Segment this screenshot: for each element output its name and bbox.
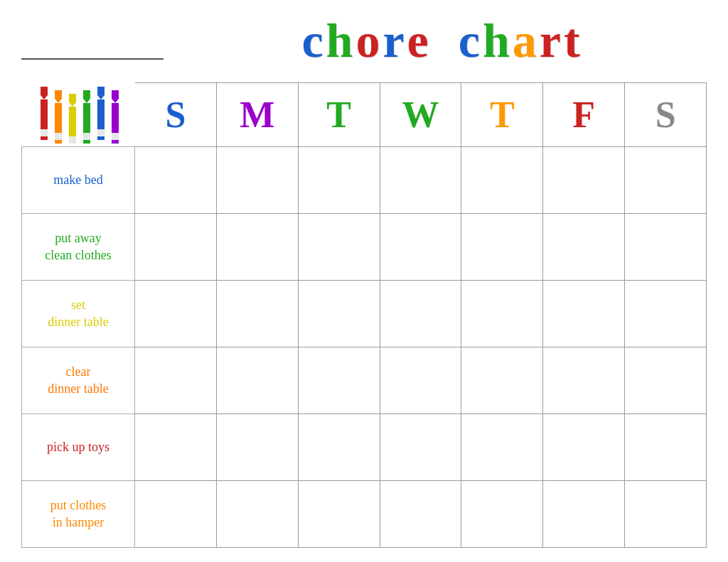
cell-4-tue bbox=[299, 347, 380, 414]
title-letter: c bbox=[301, 16, 326, 65]
day-header-sat: S bbox=[625, 83, 706, 146]
cell-6-wed bbox=[380, 481, 462, 547]
svg-rect-2 bbox=[41, 129, 48, 136]
svg-marker-4 bbox=[55, 90, 62, 103]
svg-rect-13 bbox=[83, 103, 90, 133]
cell-2-sat bbox=[625, 214, 706, 280]
svg-rect-17 bbox=[97, 99, 105, 129]
cell-5-sun bbox=[135, 414, 217, 480]
cell-3-fri bbox=[543, 281, 625, 347]
svg-rect-5 bbox=[55, 103, 62, 133]
chore-row-1 bbox=[135, 147, 706, 214]
day-header-fri: F bbox=[543, 83, 625, 146]
svg-marker-20 bbox=[112, 90, 119, 103]
title-letter: e bbox=[407, 16, 432, 65]
svg-rect-1 bbox=[41, 99, 48, 129]
cell-3-sun bbox=[135, 281, 217, 347]
title-word1: chore bbox=[301, 14, 431, 65]
title-letter: h bbox=[483, 16, 513, 65]
chore-row-2 bbox=[135, 214, 706, 281]
cell-1-thu bbox=[461, 147, 543, 213]
cell-3-tue bbox=[299, 281, 380, 347]
cell-1-wed bbox=[380, 147, 462, 213]
svg-rect-10 bbox=[69, 136, 76, 144]
cell-2-sun bbox=[135, 214, 217, 280]
chore-label: setdinner table bbox=[48, 297, 108, 330]
chore-label: put clothesin hamper bbox=[50, 497, 107, 531]
svg-rect-21 bbox=[112, 103, 119, 133]
cell-1-sat bbox=[625, 147, 706, 213]
chore-row-6 bbox=[135, 481, 706, 547]
cell-6-tue bbox=[299, 481, 380, 547]
svg-rect-6 bbox=[55, 133, 62, 140]
days-grid: S M T W T F S bbox=[135, 82, 707, 548]
cell-1-sun bbox=[135, 147, 217, 213]
day-header-sun: S bbox=[135, 83, 217, 146]
title-word2: chart bbox=[459, 14, 583, 65]
title-letter: o bbox=[355, 16, 382, 65]
cell-4-thu bbox=[461, 347, 543, 414]
cell-3-thu bbox=[461, 281, 543, 347]
cell-3-wed bbox=[380, 281, 462, 347]
cell-4-fri bbox=[543, 347, 625, 414]
chore-cell-make-bed: make bed bbox=[22, 147, 134, 214]
chore-cell-put-away: put awayclean clothes bbox=[22, 214, 134, 281]
day-header-tue: T bbox=[299, 83, 380, 146]
svg-rect-7 bbox=[55, 140, 62, 144]
chore-row-5 bbox=[135, 414, 706, 481]
chore-labels-column: make bed put awayclean clothes setdinner… bbox=[21, 146, 135, 548]
page-title: chore chart bbox=[178, 14, 707, 65]
cell-6-mon bbox=[217, 481, 299, 547]
svg-rect-19 bbox=[97, 136, 105, 140]
cell-2-mon bbox=[217, 214, 299, 280]
days-header-row: S M T W T F S bbox=[135, 83, 706, 147]
svg-marker-8 bbox=[69, 94, 76, 107]
cell-2-tue bbox=[299, 214, 380, 280]
chore-label: put awayclean clothes bbox=[45, 230, 111, 264]
chore-label: pick up toys bbox=[47, 439, 109, 455]
title-letter: t bbox=[564, 16, 583, 65]
svg-rect-23 bbox=[112, 140, 119, 144]
cell-3-sat bbox=[625, 281, 706, 347]
day-header-thu: T bbox=[461, 83, 543, 146]
cell-2-fri bbox=[543, 214, 625, 280]
svg-rect-14 bbox=[83, 133, 90, 140]
chore-cell-pick-up-toys: pick up toys bbox=[22, 414, 134, 481]
cell-3-mon bbox=[217, 281, 299, 347]
chart-container: make bed put awayclean clothes setdinner… bbox=[21, 82, 707, 548]
cell-1-tue bbox=[299, 147, 380, 213]
left-column: make bed put awayclean clothes setdinner… bbox=[21, 82, 135, 548]
svg-rect-15 bbox=[83, 140, 90, 144]
title-letter: c bbox=[459, 16, 483, 65]
svg-rect-22 bbox=[112, 133, 119, 140]
svg-marker-16 bbox=[97, 87, 105, 99]
cell-6-sun bbox=[135, 481, 217, 547]
chore-label: cleardinner table bbox=[48, 364, 108, 397]
cell-6-sat bbox=[625, 481, 706, 547]
chore-cell-clear-dinner: cleardinner table bbox=[22, 347, 134, 414]
cell-1-mon bbox=[217, 147, 299, 213]
chore-row-4 bbox=[135, 347, 706, 414]
cell-2-thu bbox=[461, 214, 543, 280]
cell-6-thu bbox=[461, 481, 543, 547]
svg-marker-12 bbox=[83, 90, 90, 103]
svg-rect-18 bbox=[97, 129, 105, 136]
crayons-area bbox=[21, 82, 135, 146]
svg-marker-0 bbox=[41, 87, 48, 99]
cell-1-fri bbox=[543, 147, 625, 213]
cell-4-wed bbox=[380, 347, 462, 414]
cell-5-tue bbox=[299, 414, 380, 480]
title-letter: h bbox=[326, 16, 356, 65]
cell-5-thu bbox=[461, 414, 543, 480]
cell-2-wed bbox=[380, 214, 462, 280]
chore-cell-put-clothes: put clothesin hamper bbox=[22, 481, 134, 547]
svg-rect-3 bbox=[41, 136, 48, 140]
cell-5-wed bbox=[380, 414, 462, 480]
cell-4-sat bbox=[625, 347, 706, 414]
chore-cell-set-dinner: setdinner table bbox=[22, 281, 134, 347]
day-header-wed: W bbox=[380, 83, 462, 146]
chore-row-3 bbox=[135, 281, 706, 347]
title-container: chore chart bbox=[178, 14, 707, 65]
day-header-mon: M bbox=[217, 83, 299, 146]
cell-5-fri bbox=[543, 414, 625, 480]
